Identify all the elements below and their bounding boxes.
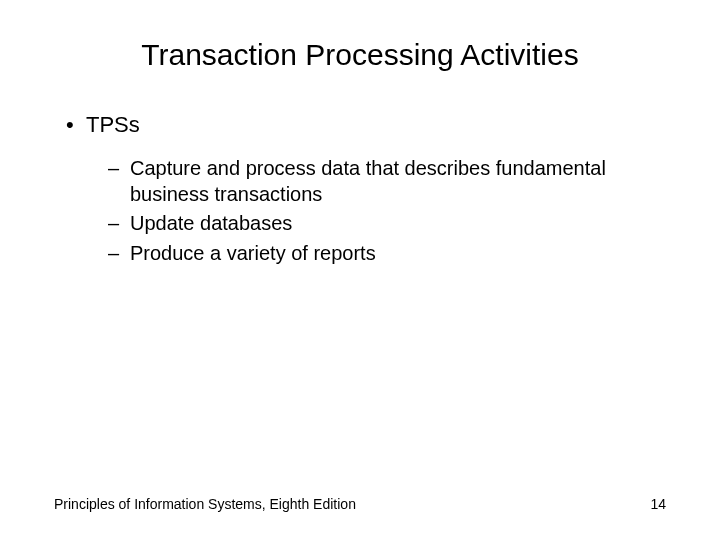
bullet-level-2: Produce a variety of reports — [60, 241, 670, 267]
slide-footer: Principles of Information Systems, Eight… — [50, 496, 670, 520]
bullet-level-2: Capture and process data that describes … — [60, 156, 670, 207]
bullet-level-1: TPSs — [60, 112, 670, 138]
page-number: 14 — [650, 496, 666, 512]
footer-text: Principles of Information Systems, Eight… — [54, 496, 356, 512]
slide-container: Transaction Processing Activities TPSs C… — [0, 0, 720, 540]
slide-title: Transaction Processing Activities — [50, 38, 670, 72]
slide-content: TPSs Capture and process data that descr… — [50, 112, 670, 496]
bullet-level-2: Update databases — [60, 211, 670, 237]
